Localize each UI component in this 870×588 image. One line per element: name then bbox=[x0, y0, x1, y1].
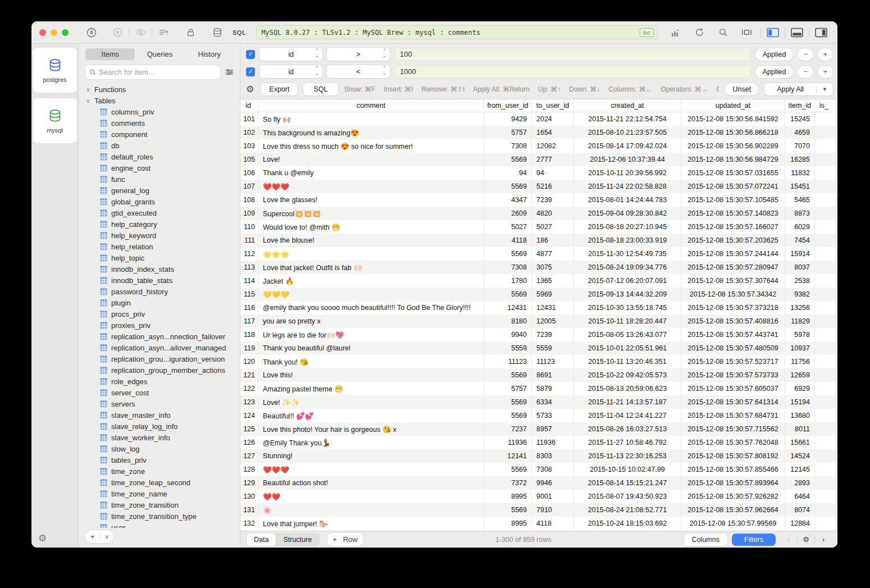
cell-item-id[interactable]: 15194 bbox=[785, 395, 815, 409]
cell-id[interactable]: 107 bbox=[240, 180, 258, 193]
add-row-button[interactable]: + Row bbox=[327, 533, 363, 546]
sql-editor-icon[interactable]: SQL bbox=[233, 29, 246, 36]
cell-is[interactable] bbox=[815, 261, 837, 274]
cell-created-at[interactable]: 2015-11-04 12:24:41.227 bbox=[574, 409, 681, 422]
cell-to-user-id[interactable]: 4118 bbox=[532, 517, 574, 530]
sidebar-table-item[interactable]: db bbox=[85, 140, 234, 151]
cell-updated-at[interactable]: 2015-12-08 15:30:57.684731 bbox=[681, 409, 785, 422]
cell-item-id[interactable]: 15914 bbox=[785, 247, 815, 261]
cell-from-user-id[interactable]: 5569 bbox=[484, 288, 532, 301]
cell-updated-at[interactable]: 2015-12-08 15:30:56.841592 bbox=[681, 112, 785, 126]
cell-updated-at[interactable]: 2015-12-08 15:30:57.762048 bbox=[681, 436, 785, 449]
table-row[interactable]: 114 Jacket 🔥 1780 1365 2015-07-12 06:20:… bbox=[240, 274, 837, 288]
cell-updated-at[interactable]: 2015-12-08 15:30:57.962664 bbox=[681, 503, 785, 517]
cell-comment[interactable]: ❤️❤️❤️ bbox=[258, 180, 484, 193]
cell-item-id[interactable]: 11829 bbox=[785, 314, 815, 328]
cell-item-id[interactable]: 12659 bbox=[785, 368, 815, 382]
cell-created-at[interactable]: 2015-11-13 22:30:16.253 bbox=[574, 449, 681, 463]
cell-item-id[interactable]: 8011 bbox=[785, 422, 815, 436]
cell-to-user-id[interactable]: 12082 bbox=[532, 139, 574, 153]
add-item-button[interactable]: + ∨ bbox=[85, 530, 113, 543]
table-row[interactable]: 102 This background is amazing😍 5757 165… bbox=[240, 126, 837, 139]
cell-from-user-id[interactable]: 8995 bbox=[484, 490, 532, 503]
cell-from-user-id[interactable]: 12141 bbox=[484, 449, 532, 463]
cell-id[interactable]: 117 bbox=[240, 314, 258, 328]
close-window-button[interactable] bbox=[39, 29, 46, 36]
cell-item-id[interactable]: 6929 bbox=[785, 382, 815, 395]
cell-updated-at[interactable]: 2015-12-08 15:30:57.99569 bbox=[681, 517, 785, 530]
cell-is[interactable] bbox=[815, 409, 837, 422]
cell-to-user-id[interactable]: 186 bbox=[532, 234, 574, 247]
cell-is[interactable] bbox=[815, 247, 837, 261]
cell-created-at[interactable]: 2015-08-05 13:26:43.077 bbox=[574, 328, 681, 341]
sidebar-table-item[interactable]: component bbox=[85, 129, 234, 140]
cell-id[interactable]: 120 bbox=[240, 355, 258, 368]
cell-created-at[interactable]: 2015-10-11 13:20:46.351 bbox=[574, 355, 681, 368]
cell-from-user-id[interactable]: 5569 bbox=[484, 395, 532, 409]
chevron-down-icon[interactable]: ∨ bbox=[101, 530, 113, 543]
cell-comment[interactable]: 🌸 bbox=[258, 503, 484, 517]
cell-comment[interactable]: ❤️❤️❤️ bbox=[258, 463, 484, 476]
cell-is[interactable] bbox=[815, 382, 837, 395]
cell-comment[interactable]: Ur legs are to die for🙌🏻💖 bbox=[258, 328, 484, 341]
table-row[interactable]: 127 Stunning! 12141 8303 2015-11-13 22:3… bbox=[240, 449, 837, 463]
cell-item-id[interactable]: 16285 bbox=[785, 153, 815, 166]
unset-button[interactable]: Unset bbox=[725, 83, 758, 95]
cell-is[interactable] bbox=[815, 395, 837, 409]
cell-item-id[interactable]: 11832 bbox=[785, 166, 815, 180]
cell-created-at[interactable]: 2015-10-11 18:28:20.447 bbox=[574, 314, 681, 328]
sidebar-table-item[interactable]: innodb_index_stats bbox=[85, 263, 234, 275]
cell-updated-at[interactable]: 2015-12-08 15:30:57.34342 bbox=[681, 288, 785, 301]
filter-value-input[interactable] bbox=[394, 65, 751, 78]
table-row[interactable]: 119 Thank you beautiful @laurel 5559 555… bbox=[240, 341, 837, 355]
table-row[interactable]: 121 Love this! 5569 8691 2015-10-22 09:4… bbox=[240, 368, 837, 382]
sidebar-table-item[interactable]: servers bbox=[85, 398, 234, 409]
cell-created-at[interactable]: 2015-08-18 23:00:33.919 bbox=[574, 234, 681, 247]
table-row[interactable]: 130 ❤️❤️ 8995 9001 2015-08-07 19:43:50.9… bbox=[240, 490, 837, 503]
columns-button[interactable]: Columns bbox=[684, 534, 727, 546]
cell-id[interactable]: 113 bbox=[240, 261, 258, 274]
cell-item-id[interactable]: 7454 bbox=[785, 234, 815, 247]
cell-item-id[interactable]: 2893 bbox=[785, 476, 815, 490]
cell-comment[interactable]: Thank u @emily bbox=[258, 166, 484, 180]
cell-created-at[interactable]: 2015-07-12 06:20:07.091 bbox=[574, 274, 681, 288]
sidebar-table-item[interactable]: help_topic bbox=[85, 252, 234, 263]
cell-to-user-id[interactable]: 8303 bbox=[532, 449, 574, 463]
cell-to-user-id[interactable]: 7239 bbox=[532, 328, 574, 341]
sidebar-table-item[interactable]: help_relation bbox=[85, 241, 234, 252]
cell-comment[interactable]: Would love to! @mith 😁 bbox=[258, 220, 484, 234]
cell-from-user-id[interactable]: 5569 bbox=[484, 368, 532, 382]
page-settings-gear-icon[interactable]: ⚙ bbox=[798, 534, 814, 546]
cell-item-id[interactable]: 12145 bbox=[785, 463, 815, 476]
cell-item-id[interactable]: 15245 bbox=[785, 112, 815, 126]
cell-id[interactable]: 118 bbox=[240, 328, 258, 341]
cell-created-at[interactable]: 2015-08-14 15:15:21.247 bbox=[574, 476, 681, 490]
cell-item-id[interactable]: 8873 bbox=[785, 207, 815, 220]
apply-all-button[interactable]: Apply All ▼ bbox=[764, 83, 833, 95]
table-row[interactable]: 110 Would love to! @mith 😁 5027 5027 201… bbox=[240, 220, 837, 234]
cell-item-id[interactable]: 8074 bbox=[785, 503, 815, 517]
cell-created-at[interactable]: 2015-08-10 21:23:57.505 bbox=[574, 126, 681, 139]
cell-comment[interactable]: Beautiful action shot! bbox=[258, 476, 484, 490]
cell-from-user-id[interactable]: 7237 bbox=[484, 422, 532, 436]
cell-is[interactable] bbox=[815, 517, 837, 530]
cell-from-user-id[interactable]: 12431 bbox=[484, 301, 532, 314]
cell-to-user-id[interactable]: 1654 bbox=[532, 126, 574, 139]
tree-group-tables[interactable]: ∨ Tables bbox=[85, 95, 234, 106]
cell-updated-at[interactable]: 2015-12-08 15:30:57.855466 bbox=[681, 463, 785, 476]
cell-item-id[interactable]: 15451 bbox=[785, 180, 815, 193]
cell-id[interactable]: 129 bbox=[240, 476, 258, 490]
cell-from-user-id[interactable]: 5569 bbox=[484, 503, 532, 517]
next-page-icon[interactable]: › bbox=[815, 534, 832, 546]
cell-comment[interactable]: Love this photo! Your hair is gorgeous 😘… bbox=[258, 422, 484, 436]
cell-to-user-id[interactable]: 9946 bbox=[532, 476, 574, 490]
cell-to-user-id[interactable]: 2777 bbox=[532, 153, 574, 166]
cell-from-user-id[interactable]: 7308 bbox=[484, 139, 532, 153]
cell-is[interactable] bbox=[815, 153, 837, 166]
filters-button[interactable]: Filters bbox=[732, 534, 776, 546]
sidebar-table-item[interactable]: general_log bbox=[85, 185, 234, 196]
cell-id[interactable]: 131 bbox=[240, 503, 258, 517]
cell-item-id[interactable]: 12884 bbox=[785, 517, 815, 530]
sidebar-table-item[interactable]: gtid_executed bbox=[85, 207, 234, 218]
cell-item-id[interactable]: 15661 bbox=[785, 436, 815, 449]
